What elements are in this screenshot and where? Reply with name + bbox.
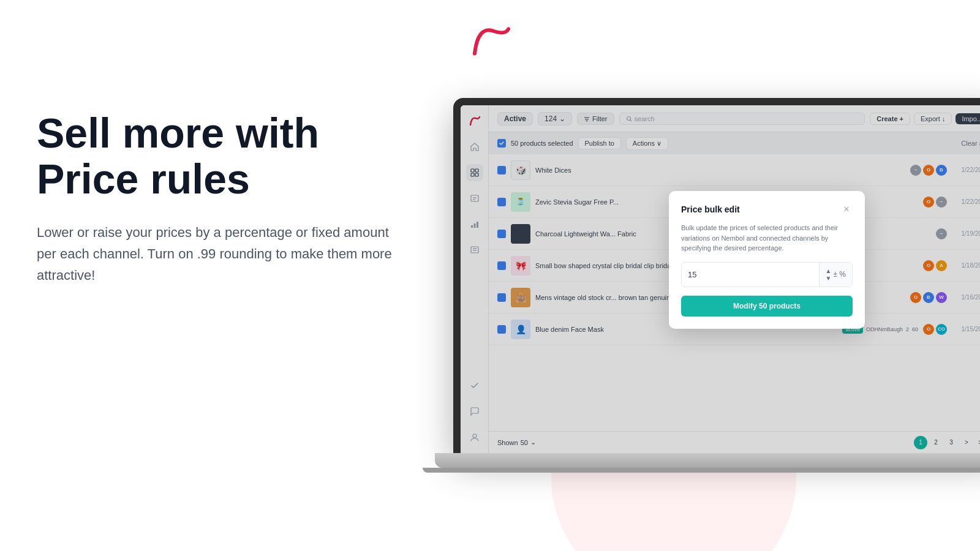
laptop-base bbox=[435, 453, 980, 468]
unit-label: ± % bbox=[833, 270, 846, 279]
left-section: Sell more with Price rules Lower or rais… bbox=[37, 110, 392, 286]
subtext: Lower or raise your prices by a percenta… bbox=[37, 222, 392, 287]
percentage-input[interactable] bbox=[682, 265, 819, 284]
modal-input-row: ▲▼ ± % bbox=[681, 262, 853, 287]
input-unit: ▲▼ ± % bbox=[819, 263, 853, 287]
modal-close-button[interactable]: × bbox=[840, 203, 853, 216]
logo-container bbox=[466, 18, 514, 64]
headline: Sell more with Price rules bbox=[37, 110, 392, 202]
modal-description: Bulk update the prices of selected produ… bbox=[681, 223, 853, 253]
laptop-screen: Active 124 ⌄ Filter bbox=[461, 105, 980, 453]
price-bulk-edit-modal: Price bulk edit × Bulk update the prices… bbox=[669, 191, 865, 329]
modal-header: Price bulk edit × bbox=[681, 203, 853, 216]
modal-overlay: Price bulk edit × Bulk update the prices… bbox=[461, 105, 980, 453]
laptop-base-bottom bbox=[423, 468, 980, 473]
laptop-frame: Active 124 ⌄ Filter bbox=[453, 98, 980, 453]
headline-line2: Price rules bbox=[37, 156, 250, 202]
stepper-up[interactable]: ▲▼ bbox=[826, 268, 832, 282]
modify-products-button[interactable]: Modify 50 products bbox=[681, 296, 853, 317]
headline-line1: Sell more with bbox=[37, 110, 319, 156]
nembol-logo bbox=[466, 18, 514, 61]
laptop-container: Active 124 ⌄ Filter bbox=[453, 98, 980, 453]
modal-title: Price bulk edit bbox=[681, 204, 740, 214]
